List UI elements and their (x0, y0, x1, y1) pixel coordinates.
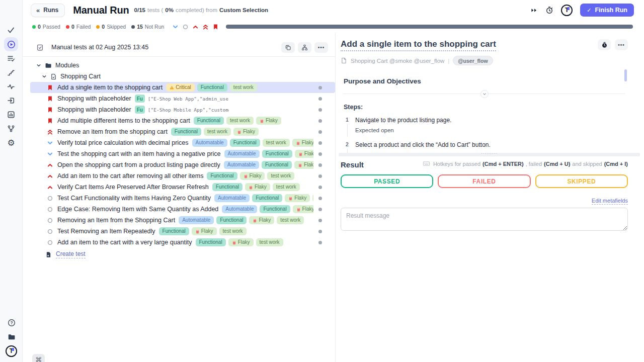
hotkey-segment: (Cmd + U) (544, 161, 570, 167)
copy-icon[interactable] (281, 42, 295, 53)
tag-label: Functional (175, 129, 198, 134)
tag-testwork: test work (219, 227, 247, 235)
tag-label: Functional (197, 118, 220, 123)
app-logo[interactable]: T (5, 344, 19, 358)
result-failed-button[interactable]: FAILED (438, 174, 530, 188)
settings-gear-icon[interactable]: ⚙ (4, 136, 18, 150)
projects-folder-icon[interactable] (5, 330, 19, 344)
activity-pulse-icon[interactable] (4, 79, 18, 94)
test-row[interactable]: Remove an item from the shopping cartFun… (30, 126, 335, 137)
more-menu-icon[interactable]: ••• (615, 39, 628, 50)
stopwatch-icon[interactable] (598, 39, 611, 50)
tag-label: Functional (265, 162, 288, 167)
finish-run-button[interactable]: ✓ Finish Run (580, 4, 634, 17)
branch-icon[interactable] (4, 122, 18, 136)
test-row[interactable]: Test Removing an Item RepeatedlyFunction… (30, 226, 335, 237)
help-icon[interactable]: ? (5, 316, 19, 330)
command-key-button[interactable]: ⌘ (32, 354, 45, 362)
create-test-link[interactable]: Create test (56, 250, 86, 258)
tag-label: Functional (201, 85, 224, 90)
panel-resize-handle[interactable]: ∙∙∙∙∙∙∙∙∙ (339, 153, 640, 156)
tag-list: FunctionalFlakytest work (159, 227, 313, 235)
test-row[interactable]: Removing an Item from the Shopping CartA… (30, 215, 335, 226)
tag-label: test work (207, 129, 227, 134)
tag-functional: Functional (262, 150, 292, 158)
test-description[interactable]: Purpose and Objectives Steps: 1Navigate … (341, 67, 628, 153)
test-row[interactable]: Verify total price calculation with deci… (30, 137, 335, 148)
test-row[interactable]: Add multiple different items to the shop… (30, 115, 335, 126)
status-dot-icon (318, 119, 322, 123)
tag-flaky: Flaky (292, 139, 313, 147)
chevron-down-icon (36, 63, 41, 68)
chevron-down-icon[interactable] (172, 24, 179, 30)
test-row[interactable]: Shopping with placeholderFu["E-Shop Web … (30, 93, 335, 104)
context-tag-pill[interactable]: @user_flow (453, 56, 493, 65)
test-row[interactable]: Add an item to the cart with a very larg… (30, 237, 335, 248)
tree-node-modules[interactable]: Modules (30, 60, 335, 71)
edit-metafields-link[interactable]: Edit metafields (592, 198, 628, 205)
hotkey-segment: (Cmd + ENTER) (482, 161, 524, 167)
result-passed-button[interactable]: PASSED (341, 174, 433, 188)
test-row[interactable]: Shopping with placeholderFu["E-Shop Mobi… (30, 104, 335, 115)
legend-skipped: 0Skipped (96, 24, 126, 30)
tree-node-shopping-cart[interactable]: Shopping Cart (30, 71, 335, 82)
circle-icon (47, 206, 53, 213)
bookmark-icon[interactable] (212, 24, 219, 30)
test-row[interactable]: Edge Case: Removing Item with Same Quant… (30, 204, 335, 215)
tag-functional: Functional (207, 172, 237, 180)
tag-label: Functional (220, 218, 243, 223)
more-menu-icon[interactable]: ••• (314, 42, 328, 53)
chevron-up-icon (47, 162, 53, 168)
test-row[interactable]: Open the shopping cart from a product li… (30, 159, 335, 170)
logo-t-icon[interactable]: T (561, 5, 573, 16)
tag-list: FunctionalFlakytest work (207, 172, 313, 180)
tag-label: test work (276, 185, 296, 190)
timer-icon[interactable] (545, 6, 553, 14)
back-to-runs-button[interactable]: « Runs (31, 4, 65, 17)
popcorn-icon (232, 240, 236, 245)
plans-list-check-icon[interactable] (4, 51, 18, 65)
test-detail-title[interactable]: Add a single item to the shopping cart (341, 39, 496, 51)
step-connector (347, 124, 348, 137)
test-row[interactable]: Test the shopping cart with an item havi… (30, 148, 335, 159)
circle-icon[interactable] (182, 24, 189, 30)
chevron-up-icon[interactable] (192, 24, 199, 30)
test-row[interactable]: Verify Cart Items Are Preserved After Br… (30, 182, 335, 193)
tag-functional: Functional (262, 161, 292, 169)
runs-play-circle-icon[interactable] (4, 37, 18, 51)
test-row[interactable]: Test Cart Functionality with Items Havin… (30, 193, 335, 204)
status-dot-icon (318, 174, 322, 178)
import-sign-in-icon[interactable] (4, 94, 18, 108)
status-dot-icon (318, 141, 322, 145)
fast-forward-icon[interactable] (530, 7, 538, 14)
popcorn-icon (195, 229, 200, 234)
test-row[interactable]: Add an item to the cart after removing a… (30, 170, 335, 182)
tag-label: Flaky (201, 229, 213, 234)
scrollbar-thumb[interactable] (624, 69, 627, 81)
drag-dots-icon: ∙∙∙∙∙∙∙∙∙ (481, 151, 498, 156)
collapse-divider[interactable] (344, 94, 625, 94)
tag-flaky: Flaky (249, 216, 274, 224)
result-skipped-button[interactable]: SKIPPED (535, 174, 628, 188)
tag-label: test work (230, 118, 250, 123)
test-row[interactable]: Add a single item to the shopping cartCr… (30, 82, 335, 93)
doc-icon (341, 57, 347, 64)
test-detail-panel: Add a single item to the shopping cart •… (336, 33, 644, 362)
chevrons-up-icon[interactable] (202, 24, 209, 30)
separator: | (448, 58, 449, 64)
ellipsis-icon: ••• (318, 45, 325, 50)
result-message-input[interactable] (341, 208, 628, 231)
tree-view-icon[interactable] (298, 42, 311, 53)
tag-label: Functional (199, 240, 222, 245)
tests-check-icon[interactable] (4, 23, 18, 37)
tag-label: Automatable (228, 151, 256, 156)
stairs-icon[interactable] (4, 65, 18, 79)
tag-testwork: test work (226, 117, 254, 125)
status-dot-icon (66, 25, 69, 29)
analytics-chart-icon[interactable] (4, 108, 18, 122)
test-example-code: ["E-Shop Mobile App","customer123","cust… (148, 107, 229, 113)
header-actions: T ✓ Finish Run (530, 4, 634, 17)
tag-functional: Functional (196, 238, 226, 246)
tag-label: Flaky (259, 218, 271, 223)
status-dot-icon (318, 130, 322, 134)
